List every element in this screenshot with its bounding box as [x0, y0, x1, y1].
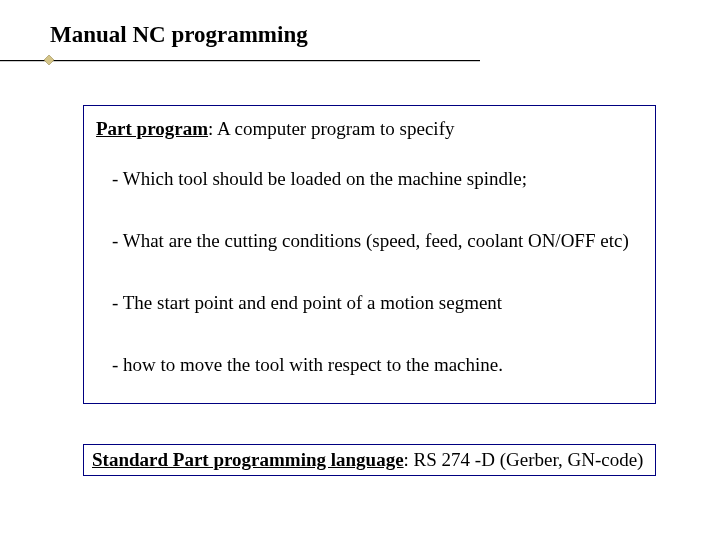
list-item: - Which tool should be loaded on the mac…	[112, 168, 645, 190]
part-program-definition: Part program: A computer program to spec…	[96, 118, 645, 140]
part-program-items: - Which tool should be loaded on the mac…	[94, 168, 645, 376]
title-rule	[0, 60, 480, 62]
list-item: - The start point and end point of a mot…	[112, 292, 645, 314]
standard-language-value: : RS 274 -D (Gerber, GN-code)	[404, 449, 644, 470]
standard-language-term: Standard Part programming language	[92, 449, 404, 470]
standard-language-box: Standard Part programming language: RS 2…	[83, 444, 656, 476]
svg-marker-0	[44, 55, 54, 65]
part-program-def-text: : A computer program to specify	[208, 118, 454, 139]
list-item: - how to move the tool with respect to t…	[112, 354, 645, 376]
part-program-term: Part program	[96, 118, 208, 139]
title-bullet-icon	[44, 55, 54, 65]
slide: Manual NC programming Part program: A co…	[0, 0, 720, 540]
slide-title: Manual NC programming	[50, 22, 308, 48]
part-program-box: Part program: A computer program to spec…	[83, 105, 656, 404]
list-item: - What are the cutting conditions (speed…	[112, 230, 645, 252]
